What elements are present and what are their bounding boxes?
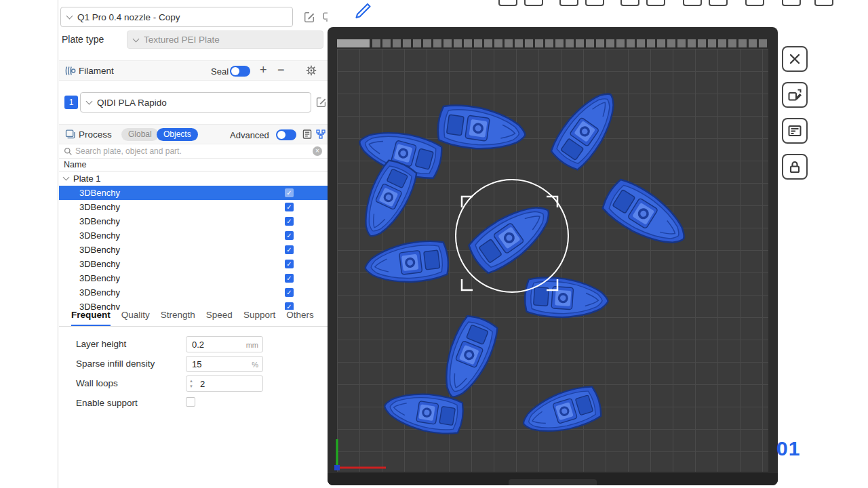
sparse-infill-density-input[interactable]: 15 % — [186, 356, 263, 372]
remove-filament-button[interactable]: − — [277, 63, 285, 77]
advanced-toggle[interactable] — [276, 129, 296, 140]
tab-quality[interactable]: Quality — [121, 310, 150, 326]
filament-name: QIDI PLA Rapido — [97, 98, 167, 108]
tree-item-benchy[interactable]: 3DBenchy✓ — [59, 271, 328, 285]
toolbar-icon[interactable] — [498, 0, 517, 6]
enable-support-checkbox[interactable] — [186, 397, 195, 407]
edit-printer-preset-icon[interactable] — [303, 11, 315, 23]
tab-others[interactable]: Others — [286, 310, 314, 326]
toolbar-icon[interactable] — [646, 0, 665, 6]
visibility-checkbox[interactable]: ✓ — [285, 188, 294, 197]
clear-search-icon[interactable]: × — [313, 146, 322, 156]
tree-item-label: 3DBenchy — [79, 273, 120, 283]
tree-item-benchy[interactable]: 3DBenchy✓ — [59, 243, 328, 257]
object-tree-items: 3DBenchy✓3DBenchy✓3DBenchy✓3DBenchy✓3DBe… — [59, 186, 328, 310]
printer-preset-value: Q1 Pro 0.4 nozzle - Copy — [77, 12, 180, 22]
tab-frequent[interactable]: Frequent — [71, 310, 111, 326]
benchy-model[interactable] — [599, 175, 695, 256]
selection-corner-bracket — [547, 197, 557, 207]
parameter-list-icon[interactable] — [302, 129, 313, 140]
layer-height-input[interactable]: 0.2 mm — [186, 336, 263, 352]
param-wall-loops: Wall loops ▲▼ 2 — [59, 374, 328, 394]
filament-slot-badge[interactable]: 1 — [64, 96, 78, 109]
toolbar-icon[interactable] — [814, 0, 833, 6]
filament-select[interactable]: QIDI PLA Rapido — [80, 92, 311, 113]
visibility-checkbox[interactable]: ✓ — [285, 274, 294, 283]
tree-item-benchy[interactable]: 3DBenchy✓ — [59, 257, 328, 271]
filament-settings-gear-icon[interactable] — [306, 65, 317, 76]
tree-item-benchy[interactable]: 3DBenchy✓ — [59, 285, 328, 300]
tab-speed[interactable]: Speed — [206, 310, 233, 326]
process-layers-icon — [64, 129, 76, 143]
tree-item-label: 3DBenchy — [79, 302, 120, 310]
draw-tool-pencil-icon[interactable] — [352, 1, 372, 24]
collapsed-left-panel — [0, 0, 58, 488]
toolbar-icon[interactable] — [620, 0, 639, 6]
scope-objects-pill[interactable]: Objects — [157, 128, 198, 141]
expand-chevron-icon[interactable] — [63, 174, 70, 181]
plate-label: Plate 1 — [73, 174, 100, 184]
wall-loops-stepper[interactable]: ▲▼ 2 — [186, 375, 263, 392]
benchy-model[interactable] — [547, 83, 627, 174]
toolbar-icon[interactable] — [585, 0, 604, 6]
tree-item-benchy[interactable]: 3DBenchy✓ — [59, 200, 328, 214]
chevron-down-icon — [66, 13, 73, 20]
filament-section-title: Filament — [79, 66, 114, 76]
benchy-model[interactable] — [524, 276, 609, 321]
process-section-title: Process — [79, 129, 112, 140]
benchy-model[interactable] — [434, 312, 502, 404]
toolbar-icon[interactable] — [745, 0, 764, 6]
param-unit: % — [252, 361, 258, 369]
toolbar-icon[interactable] — [683, 0, 702, 6]
plate-type-value: Textured PEI Plate — [144, 35, 220, 45]
tree-item-plate[interactable]: Plate 1 — [59, 171, 328, 186]
tree-item-benchy[interactable]: 3DBenchy✓ — [59, 228, 328, 243]
scope-global-pill[interactable]: Global — [121, 128, 159, 141]
stepper-arrows-icon[interactable]: ▲▼ — [189, 378, 196, 389]
benchy-model-selected[interactable] — [465, 194, 560, 278]
param-sparse-infill-density: Sparse infill density 15 % — [59, 354, 328, 374]
toolbar-icon[interactable] — [709, 0, 728, 6]
plate-side-toolbar — [782, 46, 809, 190]
visibility-checkbox[interactable]: ✓ — [285, 245, 294, 254]
lock-plate-button[interactable] — [782, 154, 808, 180]
plate-type-select[interactable]: Textured PEI Plate — [127, 30, 323, 49]
seal-toggle[interactable] — [230, 66, 250, 77]
delete-all-button[interactable] — [782, 46, 808, 72]
benchy-model[interactable] — [518, 383, 604, 441]
viewport-3d[interactable]: 01 — [328, 0, 868, 488]
auto-orient-button[interactable] — [782, 82, 808, 108]
plate-settings-button[interactable] — [782, 118, 808, 144]
toolbar-icon[interactable] — [559, 0, 578, 6]
tree-item-benchy[interactable]: 3DBenchy✓ — [59, 214, 328, 228]
benchy-model[interactable] — [353, 157, 420, 243]
visibility-checkbox[interactable]: ✓ — [285, 260, 294, 268]
visibility-checkbox[interactable]: ✓ — [285, 231, 294, 240]
tree-item-benchy[interactable]: 3DBenchy✓ — [59, 300, 328, 310]
plate-type-row: Plate type Textured PEI Plate — [60, 30, 328, 49]
add-filament-button[interactable]: + — [260, 63, 267, 77]
benchy-model[interactable] — [363, 239, 450, 287]
visibility-checkbox[interactable]: ✓ — [285, 203, 294, 211]
visibility-checkbox[interactable]: ✓ — [285, 217, 294, 226]
search-input[interactable] — [75, 144, 306, 158]
toolbar-icon[interactable] — [782, 0, 801, 6]
visibility-checkbox[interactable]: ✓ — [285, 288, 294, 297]
param-label: Sparse infill density — [76, 359, 155, 369]
scene-canvas[interactable] — [328, 27, 778, 485]
edit-filament-icon[interactable] — [315, 96, 327, 108]
tab-support[interactable]: Support — [243, 310, 275, 326]
param-label: Layer height — [76, 339, 126, 349]
tree-item-benchy[interactable]: 3DBenchy✓ — [59, 186, 328, 200]
object-structure-icon[interactable] — [315, 129, 326, 140]
slicer-window: Q1 Pro 0.4 nozzle - Copy Plate type Text… — [0, 0, 868, 488]
tab-strength[interactable]: Strength — [161, 310, 195, 326]
param-enable-support: Enable support — [59, 394, 328, 413]
tree-item-label: 3DBenchy — [79, 202, 120, 212]
printer-preset-select[interactable]: Q1 Pro 0.4 nozzle - Copy — [60, 7, 293, 27]
toolbar-icon[interactable] — [524, 0, 543, 6]
benchy-model[interactable] — [435, 102, 528, 155]
sidebar: Q1 Pro 0.4 nozzle - Copy Plate type Text… — [59, 0, 328, 488]
tree-item-label: 3DBenchy — [79, 245, 120, 255]
visibility-checkbox[interactable]: ✓ — [285, 302, 294, 310]
